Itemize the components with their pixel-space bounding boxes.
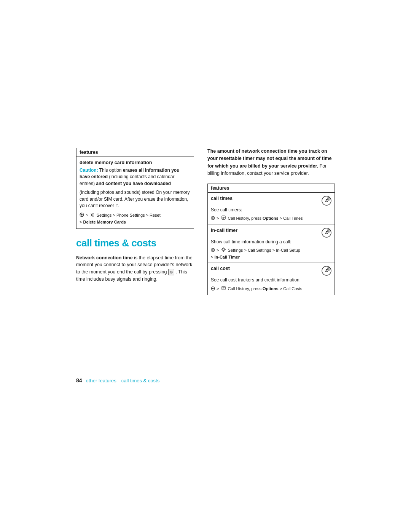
features-box-top-header: features: [76, 148, 194, 157]
call-cost-desc: See call cost trackers and credit inform…: [211, 277, 331, 283]
features-box-top-content: delete memory card information Caution: …: [76, 157, 194, 228]
nav-dot-icon: [80, 212, 84, 219]
nav-settings-text: Settings > Phone Settings > Reset: [97, 213, 161, 217]
call-times-desc: See call timers:: [211, 207, 331, 213]
features-table-right-header: features: [208, 184, 335, 193]
features-box-top: features delete memory card information …: [76, 148, 194, 229]
svg-point-37: [212, 288, 214, 289]
right-column: The amount of network connection time yo…: [207, 148, 335, 295]
call-times-title-row: call times A 0: [211, 196, 331, 206]
in-call-timer-label: in-call timer: [211, 228, 237, 233]
call-history-icon-cc: [221, 286, 226, 292]
page-number: 84: [76, 377, 82, 383]
call-times-label: call times: [211, 196, 233, 201]
caution-main-text: This option: [98, 168, 123, 173]
settings-icon: [90, 212, 95, 219]
call-history-icon-ct: [221, 215, 226, 222]
in-call-timer-icon: A 0: [322, 228, 331, 238]
caution-normal-text: (including photos and sounds) stored On …: [80, 189, 191, 209]
svg-point-12: [212, 217, 214, 219]
call-cost-icon: A 0: [322, 266, 331, 276]
left-column: features delete memory card information …: [76, 148, 194, 285]
body-paragraph: Network connection time is the elapsed t…: [76, 254, 194, 283]
body-bold-start: Network connection time: [76, 255, 133, 260]
svg-point-1: [81, 214, 83, 216]
svg-point-26: [212, 249, 214, 251]
call-times-nav: > Call History, press Options > Call Tim…: [211, 215, 331, 222]
svg-text:0: 0: [328, 230, 330, 232]
nav-arrow1: >: [86, 213, 89, 217]
delete-memory-subheader: delete memory card information: [80, 160, 191, 165]
svg-text:0: 0: [328, 268, 330, 270]
nav-dot-icon-ct: [211, 216, 215, 222]
settings-icon-ict: [221, 247, 226, 254]
footer-text: other features—call times & costs: [86, 378, 160, 383]
svg-text:A: A: [325, 198, 328, 203]
caution-bold2: and content you have downloaded: [96, 181, 171, 186]
end-call-key: ⊙: [168, 269, 174, 275]
features-table-right: features call times A 0 See call timers:: [207, 184, 335, 295]
svg-point-31: [223, 249, 225, 251]
svg-text:A: A: [325, 230, 328, 235]
in-call-timer-title-row: in-call timer A 0: [211, 228, 331, 238]
nav-dot-icon-cc: [211, 286, 215, 292]
caution-label: Caution:: [80, 168, 98, 173]
right-top-paragraph: The amount of network connection time yo…: [207, 148, 335, 177]
page: features delete memory card information …: [0, 0, 411, 532]
feature-row-call-cost: call cost A 0 See call cost trackers and…: [208, 263, 335, 294]
call-cost-nav: > Call History, press Options > Call Cos…: [211, 286, 331, 292]
in-call-timer-nav: > Settings > Call Settings > In-Call Set…: [211, 247, 331, 260]
section-heading: call times & costs: [76, 237, 194, 249]
nav-delete-text: > Delete Memory Cards: [80, 220, 126, 224]
call-times-icon: A 0: [322, 196, 331, 206]
in-call-timer-desc: Show call time information during a call…: [211, 239, 331, 245]
call-cost-label: call cost: [211, 266, 230, 271]
svg-text:0: 0: [328, 198, 330, 200]
caution-paragraph: Caution: This option erases all informat…: [80, 167, 191, 187]
call-cost-title-row: call cost A 0: [211, 266, 331, 276]
nav-dot-icon-ict: [211, 248, 215, 254]
page-footer: 84 other features—call times & costs: [76, 377, 159, 383]
feature-row-call-times: call times A 0 See call timers:: [208, 193, 335, 225]
right-top-text: The amount of network connection time yo…: [207, 149, 331, 169]
nav-path-left: > Settings > Phone Settings > Reset > De…: [80, 212, 191, 225]
feature-row-in-call-timer: in-call timer A 0 Show call time informa…: [208, 225, 335, 263]
svg-point-6: [91, 214, 93, 216]
svg-text:A: A: [325, 268, 328, 273]
